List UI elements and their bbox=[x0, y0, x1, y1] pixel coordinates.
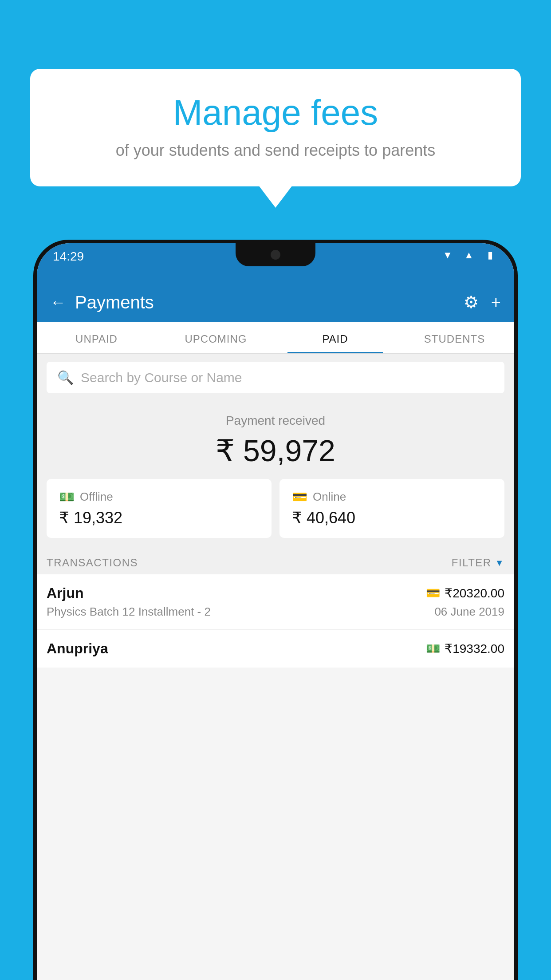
tabs-bar: UNPAID UPCOMING PAID STUDENTS bbox=[37, 322, 514, 354]
status-bar: 14:29 ▼ ▲ ▮ bbox=[37, 243, 514, 282]
add-icon[interactable]: + bbox=[491, 293, 501, 312]
search-icon: 🔍 bbox=[57, 370, 74, 385]
phone-frame: 14:29 ▼ ▲ ▮ ← Payments ⚙ + bbox=[33, 240, 518, 980]
online-label: Online bbox=[313, 490, 346, 504]
search-container: 🔍 Search by Course or Name bbox=[37, 354, 514, 401]
payment-type-icon: 💳 bbox=[426, 586, 440, 600]
transaction-date: 06 June 2019 bbox=[434, 605, 504, 619]
transaction-top-row: Arjun 💳 ₹20320.00 bbox=[47, 585, 504, 601]
payment-cards: 💵 Offline ₹ 19,332 💳 Online ₹ 40,640 bbox=[37, 479, 514, 549]
transaction-top-row-2: Anupriya 💵 ₹19332.00 bbox=[47, 640, 504, 657]
payment-type-icon-2: 💵 bbox=[426, 642, 440, 656]
bubble-subtitle: of your students and send receipts to pa… bbox=[57, 141, 494, 160]
tab-upcoming[interactable]: UPCOMING bbox=[156, 322, 276, 353]
transaction-name: Arjun bbox=[47, 585, 84, 601]
online-amount: ₹ 40,640 bbox=[292, 509, 492, 527]
transactions-header: TRANSACTIONS FILTER ▼ bbox=[37, 549, 514, 574]
transaction-course: Physics Batch 12 Installment - 2 bbox=[47, 605, 211, 619]
phone-inner: 14:29 ▼ ▲ ▮ ← Payments ⚙ + bbox=[37, 243, 514, 980]
transaction-name-2: Anupriya bbox=[47, 640, 108, 657]
wifi-icon: ▼ bbox=[440, 250, 456, 260]
online-card: 💳 Online ₹ 40,640 bbox=[279, 479, 504, 538]
header-actions: ⚙ + bbox=[464, 292, 501, 312]
camera-dot bbox=[271, 250, 280, 260]
offline-amount: ₹ 19,332 bbox=[59, 509, 259, 527]
offline-card-header: 💵 Offline bbox=[59, 490, 259, 504]
signal-icon: ▲ bbox=[461, 250, 477, 260]
speech-bubble-container: Manage fees of your students and send re… bbox=[30, 69, 521, 186]
offline-card: 💵 Offline ₹ 19,332 bbox=[47, 479, 272, 538]
tab-students[interactable]: STUDENTS bbox=[395, 322, 514, 353]
transactions-label: TRANSACTIONS bbox=[47, 557, 138, 569]
payment-total-amount: ₹ 59,972 bbox=[37, 433, 514, 468]
filter-button[interactable]: FILTER ▼ bbox=[452, 557, 504, 569]
status-time: 14:29 bbox=[53, 249, 84, 264]
transaction-bottom-row: Physics Batch 12 Installment - 2 06 June… bbox=[47, 605, 504, 619]
table-row[interactable]: Anupriya 💵 ₹19332.00 bbox=[37, 630, 514, 668]
payment-summary: Payment received ₹ 59,972 bbox=[37, 401, 514, 479]
transaction-amount: ₹20320.00 bbox=[445, 586, 504, 601]
search-box[interactable]: 🔍 Search by Course or Name bbox=[47, 362, 504, 393]
bubble-title: Manage fees bbox=[57, 93, 494, 132]
offline-payment-icon: 💵 bbox=[59, 490, 75, 504]
payment-received-label: Payment received bbox=[37, 414, 514, 428]
online-card-header: 💳 Online bbox=[292, 490, 492, 504]
status-icons: ▼ ▲ ▮ bbox=[440, 250, 498, 260]
notch-cutout bbox=[236, 243, 315, 266]
settings-icon[interactable]: ⚙ bbox=[464, 292, 479, 312]
tab-unpaid[interactable]: UNPAID bbox=[37, 322, 156, 353]
battery-icon: ▮ bbox=[482, 250, 498, 260]
app-header: ← Payments ⚙ + bbox=[37, 282, 514, 322]
filter-icon: ▼ bbox=[495, 558, 504, 568]
offline-label: Offline bbox=[80, 490, 113, 504]
search-input[interactable]: Search by Course or Name bbox=[81, 370, 242, 385]
page-title: Payments bbox=[75, 292, 464, 312]
back-button[interactable]: ← bbox=[50, 293, 66, 312]
transaction-amount-2: ₹19332.00 bbox=[445, 641, 504, 656]
online-payment-icon: 💳 bbox=[292, 490, 307, 504]
transactions-list: Arjun 💳 ₹20320.00 Physics Batch 12 Insta… bbox=[37, 574, 514, 668]
phone-screen: 14:29 ▼ ▲ ▮ ← Payments ⚙ + bbox=[37, 243, 514, 980]
table-row[interactable]: Arjun 💳 ₹20320.00 Physics Batch 12 Insta… bbox=[37, 574, 514, 630]
tab-paid[interactable]: PAID bbox=[276, 322, 395, 353]
transaction-amount-wrap-2: 💵 ₹19332.00 bbox=[426, 641, 504, 656]
transaction-amount-wrap: 💳 ₹20320.00 bbox=[426, 586, 504, 601]
filter-label: FILTER bbox=[452, 557, 492, 569]
speech-bubble: Manage fees of your students and send re… bbox=[30, 69, 521, 186]
